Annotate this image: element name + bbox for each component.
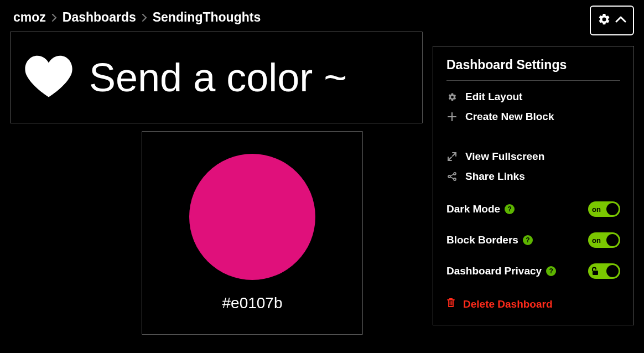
color-hex-value: #e0107b [222,294,282,312]
toggle-on-text: on [592,236,601,245]
gear-icon [598,13,611,28]
toggle-knob [606,203,619,215]
svg-point-0 [454,173,456,175]
settings-panel-title: Dashboard Settings [446,58,620,81]
svg-point-1 [448,175,450,178]
heart-icon [24,54,74,101]
block-borders-label: Block Borders [446,234,518,246]
help-icon[interactable]: ? [505,204,515,214]
breadcrumb-user[interactable]: cmoz [13,10,46,25]
chevron-up-icon [615,15,626,25]
delete-dashboard-button[interactable]: Delete Dashboard [446,298,620,310]
unlock-icon [591,267,599,276]
chevron-right-icon [51,10,57,25]
toggle-on-text: on [592,205,601,214]
dark-mode-label: Dark Mode [446,203,500,215]
view-fullscreen-label: View Fullscreen [465,150,544,163]
block-borders-toggle[interactable]: on [588,232,620,248]
block-borders-row: Block Borders ? on [446,232,620,248]
color-block: #e0107b [142,131,363,335]
privacy-label: Dashboard Privacy [446,265,542,277]
help-icon[interactable]: ? [546,266,556,276]
share-links-button[interactable]: Share Links [446,170,620,183]
svg-rect-3 [593,271,598,275]
toggle-knob [606,265,619,277]
dark-mode-row: Dark Mode ? on [446,201,620,217]
create-block-label: Create New Block [465,111,554,123]
privacy-toggle[interactable] [588,263,620,279]
view-fullscreen-button[interactable]: View Fullscreen [446,150,620,163]
gear-icon [446,92,458,102]
settings-panel: Dashboard Settings Edit Layout Create Ne… [433,46,634,325]
toggle-knob [606,234,619,246]
title-block: Send a color ~ [10,32,423,123]
breadcrumb: cmoz Dashboards SendingThoughts [0,0,644,32]
edit-layout-button[interactable]: Edit Layout [446,91,620,103]
breadcrumb-current[interactable]: SendingThoughts [153,10,261,25]
color-swatch [189,154,315,280]
privacy-row: Dashboard Privacy ? [446,263,620,279]
chevron-right-icon [142,10,147,25]
expand-icon [446,152,458,161]
share-links-label: Share Links [465,170,525,183]
edit-layout-label: Edit Layout [465,91,522,103]
trash-icon [446,298,455,310]
svg-point-2 [454,178,456,180]
breadcrumb-dashboards[interactable]: Dashboards [63,10,136,25]
settings-toggle-button[interactable] [590,6,634,35]
dark-mode-toggle[interactable]: on [588,201,620,217]
plus-icon [446,112,458,121]
delete-dashboard-label: Delete Dashboard [463,298,553,310]
share-icon [446,172,458,181]
create-block-button[interactable]: Create New Block [446,111,620,123]
title-text: Send a color ~ [89,55,347,100]
help-icon[interactable]: ? [523,235,533,245]
